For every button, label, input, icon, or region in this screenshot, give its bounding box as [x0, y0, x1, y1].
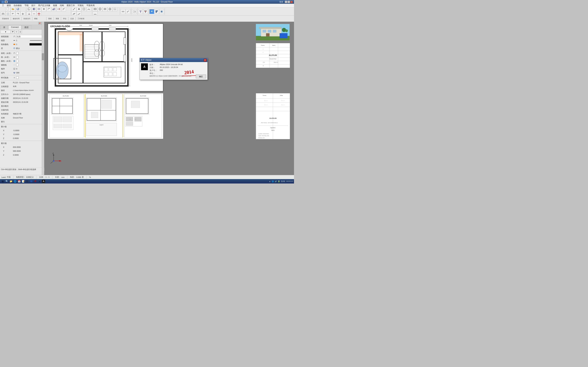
tb-btn-copy[interactable] — [27, 8, 32, 11]
tb-btn-print[interactable] — [1, 12, 5, 16]
search-btn[interactable]: 🔍 — [5, 180, 9, 183]
tb-btn-new[interactable] — [6, 8, 10, 11]
panel-tab-layers[interactable]: 图层 — [22, 25, 32, 29]
allplan-taskbar-btn[interactable]: A — [42, 180, 45, 183]
menu-item-9[interactable]: 可视化 — [76, 4, 85, 7]
dialog-title: 关于 Allplan — [141, 58, 151, 61]
group-num-label: 组号 — [1, 72, 13, 74]
close-btn[interactable]: ✕ — [290, 1, 293, 3]
panel-scrollbar-thumb[interactable] — [42, 53, 44, 60]
tb-btn-filter1[interactable] — [138, 9, 143, 14]
max-x-value: 836.0000 — [13, 146, 43, 148]
menu-item-4[interactable]: 设计 — [30, 4, 37, 7]
tb-btn-rotate[interactable] — [46, 8, 51, 11]
title-block-area: Theme Name □ □ ALLPLAN Ground Floor 1:50… — [256, 43, 290, 68]
menu-item-8[interactable]: 图形工作 — [65, 4, 76, 7]
panel-tab-library[interactable]: 库 — [0, 25, 8, 29]
tb-btn-measure-angle[interactable] — [126, 9, 130, 14]
tb-btn-save[interactable] — [16, 8, 20, 11]
tb-btn-ws2[interactable] — [154, 9, 159, 14]
tb-btn-arc[interactable] — [86, 8, 91, 11]
notepad-btn[interactable]: 📝 — [21, 180, 25, 183]
tb-btn-measure-dist[interactable] — [121, 9, 125, 14]
menu-item-7[interactable]: 结构 — [59, 4, 65, 7]
browser-btn[interactable]: 🌐 — [13, 180, 17, 183]
drawing-line-checkbox[interactable] — [16, 56, 18, 58]
tb-btn-text[interactable]: A — [77, 8, 81, 11]
maximize-btn[interactable]: □ — [287, 1, 290, 3]
menu-item-10[interactable]: 平面布局 — [85, 4, 96, 7]
line-style-checkbox[interactable] — [16, 76, 18, 79]
min-z-label: Z — [1, 137, 13, 139]
tb-btn-offset[interactable] — [37, 8, 41, 11]
aux-line-checkbox[interactable] — [16, 64, 18, 66]
tb-btn-spline[interactable] — [77, 12, 81, 16]
tb-btn-extend[interactable] — [27, 12, 32, 16]
minimize-btn[interactable]: ─ — [285, 1, 287, 3]
menu-item-6[interactable]: 能量 — [52, 4, 59, 7]
panel-filter-btn[interactable] — [11, 30, 15, 33]
red-app-btn[interactable]: R — [34, 180, 37, 183]
menu-item-2[interactable]: 自由修改 — [12, 4, 23, 7]
prop-group-num: 组号 309 — [1, 71, 43, 75]
tb-btn-polygon[interactable] — [108, 8, 112, 11]
tb-btn-ellipse[interactable] — [103, 8, 107, 11]
prop-drawing-line: 线（从层） — [1, 55, 43, 59]
tb-btn-rect[interactable] — [93, 8, 97, 11]
svg-text:□: □ — [263, 49, 263, 50]
tb-btn-undo[interactable] — [10, 12, 15, 16]
panel-tab-connect[interactable]: Connect — [8, 25, 22, 29]
tb-btn-move[interactable] — [42, 8, 46, 11]
dialog-titlebar: 关于 Allplan ✕ — [140, 58, 208, 62]
panel-view-btn[interactable]: ☑ — [18, 30, 22, 33]
tb-btn-delete[interactable] — [37, 12, 41, 16]
tb-btn-symbol[interactable]: Aa — [112, 8, 117, 11]
svg-rect-3 — [17, 9, 18, 10]
word-btn[interactable]: W — [30, 180, 33, 183]
login-btn[interactable]: 登录 — [279, 1, 283, 3]
tb-btn-open[interactable] — [10, 8, 15, 11]
tb-btn-export[interactable] — [6, 12, 10, 16]
pen-group-input[interactable] — [16, 35, 43, 38]
dialog-close-btn[interactable]: ✕ — [204, 58, 206, 61]
menu-item-3[interactable]: 节线 — [23, 4, 30, 7]
tb-btn-redo[interactable] — [16, 12, 20, 16]
calendar-btn[interactable]: 📅 — [17, 180, 21, 183]
tb-btn-mirror[interactable] — [32, 8, 36, 11]
tb-btn-filter2[interactable] — [143, 9, 148, 14]
tb-btn-ws1[interactable]: W — [149, 9, 154, 14]
tb-btn-line[interactable] — [72, 8, 76, 11]
menu-item-1[interactable]: 建筑 — [5, 4, 12, 7]
svg-rect-91 — [109, 68, 112, 71]
tiktok-btn[interactable]: ♪ — [38, 180, 41, 183]
menu-item-0[interactable]: 工 — [1, 4, 5, 7]
menu-item-5[interactable]: 用户定义对象 — [37, 4, 52, 7]
windows-btn[interactable]: ⊞ — [1, 180, 4, 183]
vpn-btn[interactable]: 🛡 — [26, 180, 29, 183]
tb-btn-settings[interactable] — [20, 12, 25, 16]
tb-btn-dim[interactable] — [93, 12, 97, 16]
file-explorer-btn[interactable]: 📁 — [9, 180, 13, 183]
tb-btn-ws3[interactable] — [159, 9, 164, 14]
panel-scrollbar[interactable] — [42, 22, 44, 180]
drawing-type-label: 制图类型： — [16, 176, 26, 178]
drawing-color-checkbox[interactable] — [16, 60, 18, 62]
status-length: 长度： mm — [55, 176, 64, 178]
tb-btn-stretch[interactable] — [56, 8, 61, 11]
prop-min-header: 最小值 — [1, 125, 43, 128]
tb-btn-evaluate[interactable]: Aa — [132, 9, 137, 14]
tb-btn-trim[interactable] — [61, 8, 66, 11]
tb-btn-hatch[interactable] — [81, 8, 86, 11]
quick-access-btn[interactable]: ⬛ — [5, 1, 8, 3]
tb-btn-break[interactable] — [32, 12, 36, 16]
tb-btn-polyline[interactable] — [72, 12, 76, 16]
panel-dropdown[interactable]: ▼ — [0, 30, 11, 33]
panel-pin-btn[interactable]: 📌 — [38, 22, 41, 25]
dialog-ok-btn[interactable]: 确定 — [196, 75, 206, 78]
tb-btn-circle[interactable] — [98, 8, 103, 11]
properties-section: 画笔组细 线型 1 线条颜色 1 层 默认 — [0, 34, 44, 158]
panel-settings-btn[interactable] — [15, 30, 18, 33]
toolbar-group-measure — [121, 8, 131, 15]
drawing-pen-checkbox[interactable] — [16, 52, 18, 54]
tb-btn-scale[interactable] — [51, 8, 56, 11]
